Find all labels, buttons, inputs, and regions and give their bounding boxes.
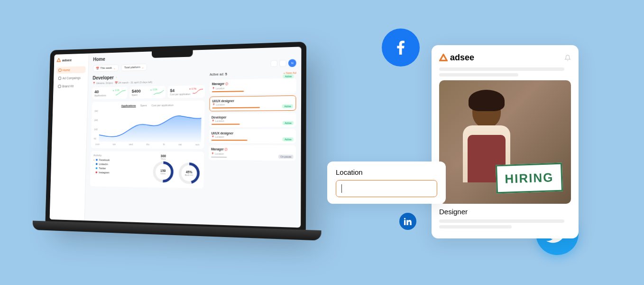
- main-chart: Applications Spent Cost per application …: [91, 101, 205, 149]
- bell-icon: [564, 55, 571, 61]
- linkedin-icon: [399, 213, 416, 230]
- filter-period[interactable]: 📅 This week ⌄: [93, 64, 119, 72]
- tab-spent[interactable]: Spent: [140, 104, 147, 107]
- facebook-icon: [382, 28, 420, 66]
- ad-card-manager[interactable]: Active Managerⓘ 📍 Location: [209, 78, 296, 95]
- ad-role: Designer: [439, 208, 571, 216]
- location-card: Location: [327, 162, 446, 204]
- donut-clicks: 150Clicks: [151, 160, 175, 184]
- hiring-sign: HIRING: [496, 163, 563, 194]
- ad-card-manager-2[interactable]: Managerⓘ 📍 Location On pause: [209, 145, 296, 161]
- nav-home[interactable]: Home: [56, 66, 86, 74]
- logo: adsee: [56, 57, 86, 62]
- ad-logo: adsee: [439, 53, 571, 63]
- campaign-meta: 📍 Ukraine, Dnipro 📅 24 march - 31 april …: [92, 79, 205, 85]
- bell-icon[interactable]: [279, 60, 286, 67]
- ad-card-developer[interactable]: Developer 📍 Location Active: [209, 113, 296, 127]
- activity-card: Activity +Facebook +Linkedin +Twitter +I…: [90, 151, 204, 189]
- filter-platform[interactable]: Total platform ⌄: [121, 63, 147, 71]
- ad-card-uiux[interactable]: UI/UX designer 📍 Location Active: [209, 95, 296, 112]
- stat-spent: $400 Spent ▲ 2.1%: [129, 86, 166, 99]
- tab-applications[interactable]: Applications: [121, 104, 136, 107]
- grid-icon[interactable]: [270, 60, 277, 67]
- ad-card-uiux-2[interactable]: UI/UX designer 📍 Location Active: [209, 129, 296, 143]
- ad-preview-card: adsee HIRING Designer: [432, 45, 579, 238]
- donut-apply: 45%Apply rate: [177, 161, 201, 185]
- stat-cpa: $4 Cost per application ▼ 0.7%: [167, 85, 204, 98]
- avatar[interactable]: N: [288, 59, 296, 67]
- campaign-title: Developer: [92, 75, 114, 81]
- laptop-mockup: adsee Home Ad Compaings Brand Kit Home 📅…: [45, 42, 306, 231]
- sidebar: adsee Home Ad Compaings Brand Kit: [50, 54, 89, 221]
- location-input[interactable]: [336, 180, 437, 197]
- ad-image: HIRING: [439, 80, 571, 204]
- logo-text: adsee: [62, 58, 72, 62]
- new-ad-button[interactable]: + New Ad: [283, 71, 296, 75]
- nav-campaigns[interactable]: Ad Compaings: [56, 74, 85, 82]
- location-label: Location: [336, 168, 437, 176]
- stat-applications: 40 Applications ▲ 2.1%: [92, 87, 127, 99]
- nav-brandkit[interactable]: Brand Kit: [56, 83, 85, 90]
- tab-cpa[interactable]: Cost per application: [151, 104, 174, 107]
